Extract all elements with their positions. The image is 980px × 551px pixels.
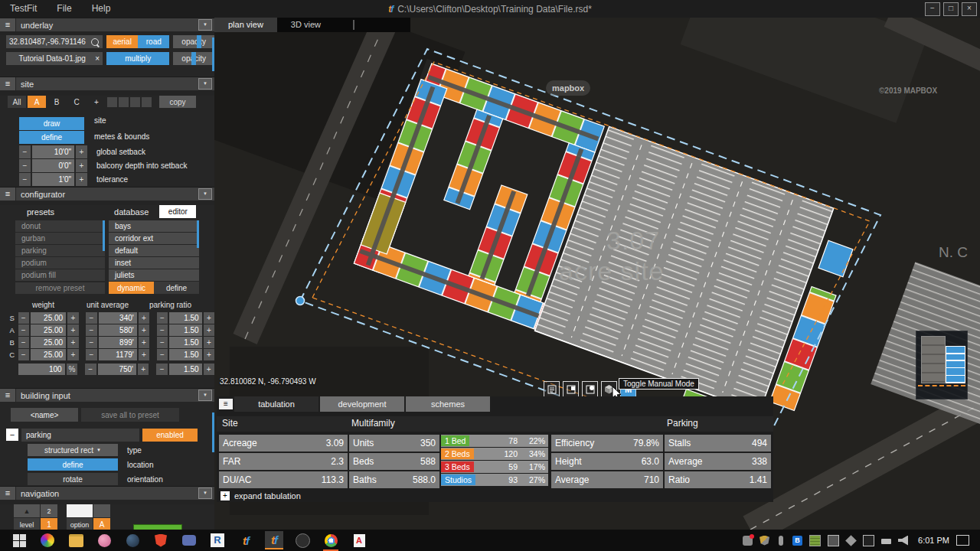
option-prev[interactable] xyxy=(67,504,93,517)
dec[interactable]: − xyxy=(18,312,29,324)
battery-health-icon[interactable] xyxy=(809,535,821,546)
menu-testfit[interactable]: TestFit xyxy=(0,0,47,18)
boundary-vertex-handle[interactable] xyxy=(296,297,305,305)
testfit-app-icon[interactable]: tf xyxy=(237,531,255,549)
dec[interactable]: − xyxy=(86,312,96,324)
database-label[interactable]: database xyxy=(114,207,149,217)
file-explorer-icon[interactable] xyxy=(67,531,85,549)
underlay-panel-header[interactable]: ≡ underlay ▼ xyxy=(0,18,214,31)
inc[interactable]: + xyxy=(67,324,78,336)
dec[interactable]: − xyxy=(18,337,29,348)
inc[interactable]: + xyxy=(138,364,149,375)
menu-icon[interactable]: ≡ xyxy=(0,77,16,90)
expand-tabulation[interactable]: + expand tabulation xyxy=(220,491,301,500)
report-square-icon[interactable] xyxy=(563,381,579,397)
start-button[interactable] xyxy=(10,531,28,549)
dec[interactable]: − xyxy=(157,337,168,348)
bluetooth-icon[interactable]: B xyxy=(792,536,802,546)
inc[interactable]: + xyxy=(139,349,149,360)
chevron-down-icon[interactable]: ▼ xyxy=(198,188,212,200)
rotate-button[interactable]: rotate xyxy=(28,473,118,485)
inc[interactable]: + xyxy=(67,312,78,324)
setback-decrement[interactable]: − xyxy=(19,145,31,158)
dec[interactable]: − xyxy=(85,364,96,375)
map-opacity-slider[interactable]: opacity xyxy=(173,35,214,48)
section-preview[interactable] xyxy=(916,331,968,399)
tab-development[interactable]: development xyxy=(320,396,404,412)
menu-icon[interactable]: ≡ xyxy=(0,389,16,402)
aerial-road-toggle[interactable]: aerial road xyxy=(106,35,169,48)
plus-icon[interactable]: + xyxy=(220,491,230,500)
dec[interactable]: − xyxy=(86,337,96,348)
dec[interactable]: − xyxy=(157,324,168,336)
avg-total[interactable]: 750' xyxy=(98,364,136,375)
road-button[interactable]: road xyxy=(138,35,169,48)
inc[interactable]: + xyxy=(204,324,214,336)
define-location-button[interactable]: define xyxy=(28,458,118,471)
tolerance-increment[interactable]: + xyxy=(76,173,87,186)
draw-site-button[interactable]: draw xyxy=(19,117,84,130)
add-site-tab-button[interactable]: + xyxy=(87,96,106,108)
tab-tabulation[interactable]: tabulation xyxy=(234,396,318,412)
discord-tray-icon[interactable] xyxy=(743,536,753,546)
define-button[interactable]: define xyxy=(154,282,199,294)
tab-3d-view[interactable]: 3D view xyxy=(277,18,335,32)
aerial-button[interactable]: aerial xyxy=(106,35,138,48)
chevron-down-icon[interactable]: ▼ xyxy=(198,78,212,90)
preset-item[interactable]: podium fill xyxy=(15,269,105,281)
volume-icon[interactable] xyxy=(898,536,908,546)
paint-app-icon[interactable] xyxy=(95,531,113,549)
clock[interactable]: 6:01 PM xyxy=(918,536,949,545)
balcony-decrement[interactable]: − xyxy=(19,159,31,172)
dec[interactable]: − xyxy=(18,324,29,336)
building-input-panel-header[interactable]: ≡ building input ▼ xyxy=(0,388,214,402)
parking-enabled-toggle[interactable]: enabled xyxy=(142,429,198,442)
close-icon[interactable]: × xyxy=(95,54,100,63)
database-item[interactable]: bays xyxy=(109,220,199,232)
ratio-total[interactable]: 1.50 xyxy=(169,364,202,375)
preset-item[interactable]: donut xyxy=(15,220,105,232)
security-shield-icon[interactable] xyxy=(760,536,769,546)
revit-icon[interactable]: R xyxy=(208,531,227,549)
notification-center-icon[interactable] xyxy=(956,535,969,546)
chevron-down-icon[interactable]: ▼ xyxy=(198,487,212,499)
dec[interactable]: − xyxy=(86,324,96,336)
copy-button[interactable]: copy xyxy=(159,96,196,108)
underlay-opacity-slider[interactable]: opacity xyxy=(173,52,214,65)
report-list-icon[interactable] xyxy=(544,381,560,397)
site-tab-all[interactable]: All xyxy=(8,96,26,108)
inc[interactable]: + xyxy=(67,349,78,360)
site-tab-c[interactable]: C xyxy=(67,96,86,108)
ratio-value[interactable]: 1.50 xyxy=(169,349,201,360)
minimize-button[interactable]: − xyxy=(925,2,940,16)
network-icon[interactable] xyxy=(863,535,874,546)
ratio-value[interactable]: 1.50 xyxy=(169,337,201,348)
inc[interactable]: + xyxy=(204,349,214,360)
display-icon[interactable] xyxy=(828,535,839,546)
setback-increment[interactable]: + xyxy=(76,145,87,158)
menu-icon[interactable]: ≡ xyxy=(0,487,16,500)
dec[interactable]: − xyxy=(157,312,168,324)
level-above[interactable]: 2 xyxy=(41,504,57,517)
dec[interactable]: − xyxy=(157,349,168,360)
dropbox-icon[interactable] xyxy=(845,535,857,546)
dec[interactable]: − xyxy=(156,364,168,375)
balcony-increment[interactable]: + xyxy=(76,159,87,172)
site-panel-header[interactable]: ≡ site ▼ xyxy=(0,77,214,90)
tolerance-value[interactable]: 1'0" xyxy=(32,173,74,186)
scrollbar[interactable] xyxy=(197,220,199,248)
menu-file[interactable]: File xyxy=(47,0,81,18)
scrollbar[interactable] xyxy=(103,220,105,251)
testfit-app-icon-active[interactable]: tf xyxy=(265,531,283,549)
level-up-icon[interactable]: ▲ xyxy=(14,504,40,517)
save-all-to-preset-button[interactable]: save all to preset xyxy=(81,408,179,422)
scrollbar[interactable] xyxy=(212,37,214,71)
inc[interactable]: + xyxy=(139,312,149,324)
scrollbar[interactable] xyxy=(212,412,214,452)
menu-icon[interactable]: ≡ xyxy=(0,187,16,201)
avg-value[interactable]: 899' xyxy=(99,337,137,348)
report-circle-icon[interactable] xyxy=(582,381,598,397)
underlay-file[interactable]: Tutorial Data-01.jpg × xyxy=(6,52,103,65)
weight-value[interactable]: 25.00 xyxy=(31,337,66,348)
remove-preset-button[interactable]: remove preset xyxy=(15,282,105,294)
